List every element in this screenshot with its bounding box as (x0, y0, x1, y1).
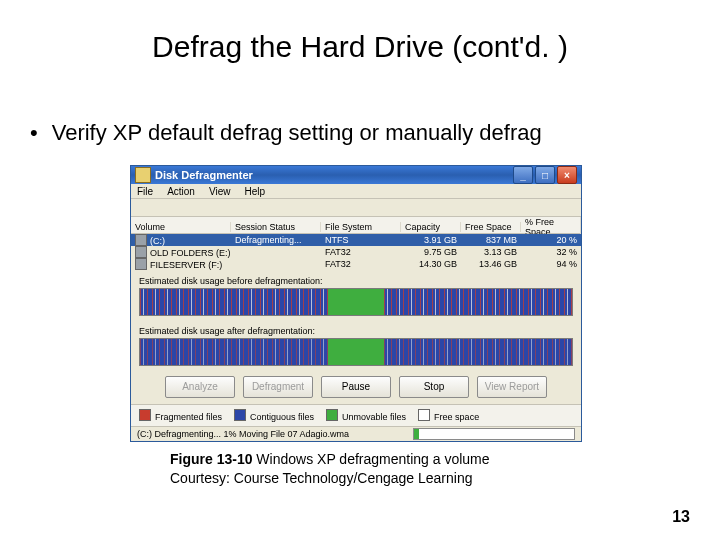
cell-fs: NTFS (321, 235, 401, 245)
cell-free: 3.13 GB (461, 247, 521, 257)
cell-vol: OLD FOLDERS (E:) (150, 248, 231, 258)
cell-status: Defragmenting... (231, 235, 321, 245)
label-before: Estimated disk usage before defragmentat… (139, 276, 573, 286)
caption-rest: Windows XP defragmenting a volume (252, 451, 489, 467)
col-fs[interactable]: File System (321, 222, 401, 232)
defrag-window: Disk Defragmenter _ □ × File Action View… (130, 165, 582, 442)
cell-pct: 20 % (521, 235, 581, 245)
menu-help[interactable]: Help (244, 186, 265, 197)
legend-unmov: Unmovable files (342, 412, 406, 422)
status-text: (C:) Defragmenting... 1% Moving File 07 … (137, 429, 349, 439)
window-title: Disk Defragmenter (155, 169, 513, 181)
col-capacity[interactable]: Capacity (401, 222, 461, 232)
defragment-button[interactable]: Defragment (243, 376, 313, 398)
volume-row[interactable]: FILESERVER (F:) FAT32 14.30 GB 13.46 GB … (131, 258, 581, 270)
bullet-text: Verify XP default defrag setting or manu… (30, 120, 542, 146)
cell-pct: 94 % (521, 259, 581, 269)
legend-swatch-unmov (326, 409, 338, 421)
cell-cap: 14.30 GB (401, 259, 461, 269)
figure-caption: Figure 13-10 Windows XP defragmenting a … (170, 450, 490, 488)
label-after: Estimated disk usage after defragmentati… (139, 326, 573, 336)
status-bar: (C:) Defragmenting... 1% Moving File 07 … (131, 426, 581, 441)
menu-view[interactable]: View (209, 186, 231, 197)
slide-title: Defrag the Hard Drive (cont'd. ) (0, 30, 720, 64)
caption-courtesy: Courtesy: Course Technology/Cengage Lear… (170, 470, 473, 486)
menu-action[interactable]: Action (167, 186, 195, 197)
col-free[interactable]: Free Space (461, 222, 521, 232)
cell-fs: FAT32 (321, 247, 401, 257)
cell-free: 13.46 GB (461, 259, 521, 269)
analyze-button[interactable]: Analyze (165, 376, 235, 398)
cell-vol: (C:) (150, 236, 165, 246)
fragmap-after (139, 338, 573, 366)
legend-contig: Contiguous files (250, 412, 314, 422)
button-row: Analyze Defragment Pause Stop View Repor… (131, 370, 581, 404)
legend-frag: Fragmented files (155, 412, 222, 422)
menu-bar: File Action View Help (131, 184, 581, 199)
col-volume[interactable]: Volume (131, 222, 231, 232)
view-report-button[interactable]: View Report (477, 376, 547, 398)
menu-file[interactable]: File (137, 186, 153, 197)
drive-icon (135, 234, 147, 246)
minimize-button[interactable]: _ (513, 166, 533, 184)
cell-vol: FILESERVER (F:) (150, 260, 222, 270)
cell-cap: 3.91 GB (401, 235, 461, 245)
toolbar-strip (131, 199, 581, 216)
volume-row[interactable]: (C:) Defragmenting... NTFS 3.91 GB 837 M… (131, 234, 581, 246)
stop-button[interactable]: Stop (399, 376, 469, 398)
legend-swatch-free (418, 409, 430, 421)
progress-bar (413, 428, 575, 440)
caption-figure-num: Figure 13-10 (170, 451, 252, 467)
legend-free: Free space (434, 412, 479, 422)
maximize-button[interactable]: □ (535, 166, 555, 184)
page-number: 13 (672, 508, 690, 526)
volume-row[interactable]: OLD FOLDERS (E:) FAT32 9.75 GB 3.13 GB 3… (131, 246, 581, 258)
pause-button[interactable]: Pause (321, 376, 391, 398)
legend: Fragmented files Contiguous files Unmova… (131, 404, 581, 426)
drive-icon (135, 258, 147, 270)
volume-list-header: Volume Session Status File System Capaci… (131, 217, 581, 234)
cell-fs: FAT32 (321, 259, 401, 269)
legend-swatch-contig (234, 409, 246, 421)
app-icon (135, 167, 151, 183)
legend-swatch-frag (139, 409, 151, 421)
fragmap-before (139, 288, 573, 316)
cell-pct: 32 % (521, 247, 581, 257)
window-titlebar[interactable]: Disk Defragmenter _ □ × (131, 166, 581, 184)
drive-icon (135, 246, 147, 258)
col-status[interactable]: Session Status (231, 222, 321, 232)
cell-cap: 9.75 GB (401, 247, 461, 257)
close-button[interactable]: × (557, 166, 577, 184)
cell-free: 837 MB (461, 235, 521, 245)
